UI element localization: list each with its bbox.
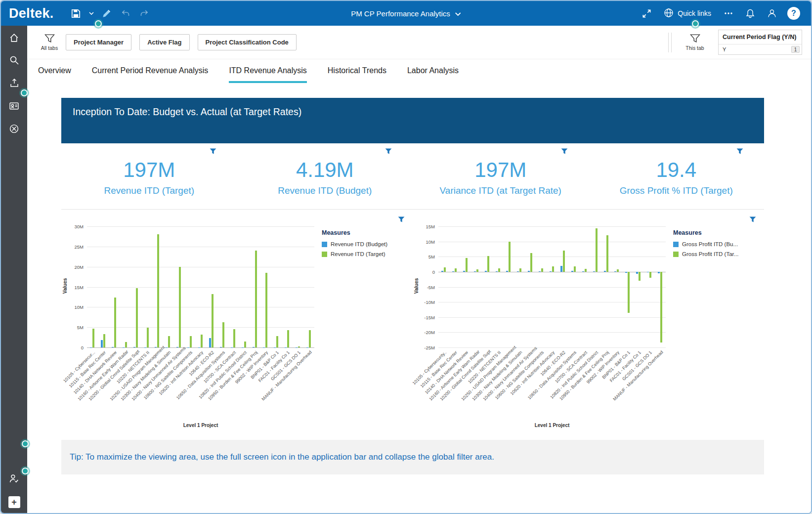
bar[interactable]	[101, 340, 103, 348]
filter-funnel-icon[interactable]	[749, 215, 756, 224]
more-options-button[interactable]	[721, 6, 736, 21]
help-button[interactable]: ?	[786, 6, 801, 21]
bar[interactable]	[509, 242, 511, 272]
bar[interactable]	[528, 271, 530, 272]
bar[interactable]	[617, 269, 619, 272]
bar[interactable]	[582, 271, 584, 272]
bar[interactable]	[660, 272, 662, 343]
bar[interactable]	[628, 272, 630, 313]
guide-dot[interactable]	[23, 469, 28, 473]
bar[interactable]	[563, 251, 565, 272]
filter-button-project-manager[interactable]: Project Manager	[66, 34, 131, 50]
bar[interactable]	[244, 342, 246, 347]
bar[interactable]	[222, 322, 224, 347]
sidebar-item-search[interactable]	[8, 55, 20, 67]
bar[interactable]	[212, 294, 214, 347]
bar[interactable]	[606, 235, 608, 272]
bar[interactable]	[179, 267, 181, 347]
guide-dot[interactable]	[96, 21, 101, 26]
bar[interactable]	[309, 330, 311, 347]
bar[interactable]	[276, 336, 278, 347]
bar[interactable]	[103, 334, 105, 347]
filter-funnel-icon[interactable]	[561, 147, 568, 156]
bar[interactable]	[147, 328, 149, 347]
bar[interactable]	[441, 271, 443, 272]
bar[interactable]	[114, 298, 116, 347]
bar[interactable]	[255, 251, 257, 347]
bar[interactable]	[596, 228, 598, 272]
bar[interactable]	[466, 258, 468, 272]
sidebar-item-navigate[interactable]	[8, 124, 20, 135]
bar[interactable]	[574, 266, 576, 272]
quick-links-button[interactable]: Quick links	[664, 8, 711, 19]
tab-itd-revenue-analysis[interactable]: ITD Revenue Analysis	[229, 66, 306, 83]
filter-funnel-icon[interactable]	[385, 147, 392, 156]
current-period-flag-filter[interactable]: Current Period Flag (Y/N) Y 1	[718, 30, 802, 55]
tab-historical-trends[interactable]: Historical Trends	[328, 66, 386, 83]
filter-button-active-flag[interactable]: Active Flag	[139, 34, 189, 50]
bar[interactable]	[125, 342, 127, 347]
fullscreen-button[interactable]	[639, 6, 654, 21]
sidebar-item-contacts[interactable]	[8, 101, 20, 113]
bar[interactable]	[552, 266, 554, 272]
bar[interactable]	[487, 256, 489, 272]
legend-item[interactable]: Revenue ITD (Target)	[322, 251, 396, 257]
bar[interactable]	[519, 268, 521, 272]
bar[interactable]	[614, 271, 616, 272]
bar[interactable]	[444, 267, 446, 272]
bar[interactable]	[506, 271, 508, 272]
bar[interactable]	[265, 273, 267, 347]
bar[interactable]	[485, 271, 487, 272]
legend-item[interactable]: Gross Profit ITD (Bu...	[673, 241, 747, 247]
legend-item[interactable]: Revenue ITD (Budget)	[322, 241, 396, 247]
bar[interactable]	[452, 271, 454, 272]
bar[interactable]	[201, 335, 203, 347]
save-button[interactable]	[69, 6, 84, 21]
redo-button[interactable]	[137, 6, 152, 21]
guide-dot[interactable]	[23, 441, 28, 446]
bar[interactable]	[209, 338, 211, 347]
bar[interactable]	[585, 269, 587, 272]
filter-button-project-classification-code[interactable]: Project Classification Code	[198, 34, 297, 50]
bar[interactable]	[498, 268, 500, 272]
tab-labor-analysis[interactable]: Labor Analysis	[407, 66, 459, 83]
notifications-button[interactable]	[743, 6, 758, 21]
filter-funnel-icon[interactable]	[210, 147, 216, 156]
tab-current-period-revenue-analysis[interactable]: Current Period Revenue Analysis	[92, 66, 209, 83]
bar[interactable]	[550, 271, 552, 272]
bar[interactable]	[463, 271, 465, 272]
dashboard-title-dropdown[interactable]: PM CP Performance Analytics	[351, 9, 461, 18]
bar[interactable]	[168, 336, 170, 347]
guide-dot[interactable]	[693, 21, 698, 26]
sidebar-item-home[interactable]	[8, 33, 20, 44]
sidebar-item-add[interactable]: +	[8, 496, 20, 508]
bar[interactable]	[560, 266, 562, 272]
bar[interactable]	[541, 268, 543, 272]
bar[interactable]	[649, 272, 651, 278]
bar[interactable]	[476, 269, 478, 272]
bar[interactable]	[474, 271, 476, 272]
bar[interactable]	[233, 329, 235, 347]
bar[interactable]	[539, 271, 541, 272]
bar[interactable]	[190, 336, 192, 347]
account-button[interactable]	[765, 6, 779, 21]
filter-funnel-icon[interactable]	[736, 147, 743, 156]
bar[interactable]	[455, 268, 457, 272]
bar[interactable]	[604, 271, 606, 272]
bar[interactable]	[639, 272, 641, 281]
undo-button[interactable]	[118, 6, 133, 21]
guide-dot[interactable]	[22, 90, 27, 95]
sidebar-item-export[interactable]	[8, 78, 20, 90]
bar[interactable]	[530, 253, 532, 272]
bar[interactable]	[517, 271, 519, 272]
sidebar-item-user-check[interactable]	[8, 473, 20, 485]
tab-overview[interactable]: Overview	[38, 66, 71, 83]
bar[interactable]	[625, 272, 627, 273]
filter-panel-collapse-handle[interactable]	[668, 33, 672, 52]
bar[interactable]	[136, 288, 138, 347]
edit-button[interactable]	[99, 6, 114, 21]
bar[interactable]	[496, 271, 498, 272]
legend-item[interactable]: Gross Profit ITD (Tar...	[673, 251, 747, 257]
save-dropdown-button[interactable]	[87, 6, 95, 21]
bar[interactable]	[287, 330, 289, 347]
